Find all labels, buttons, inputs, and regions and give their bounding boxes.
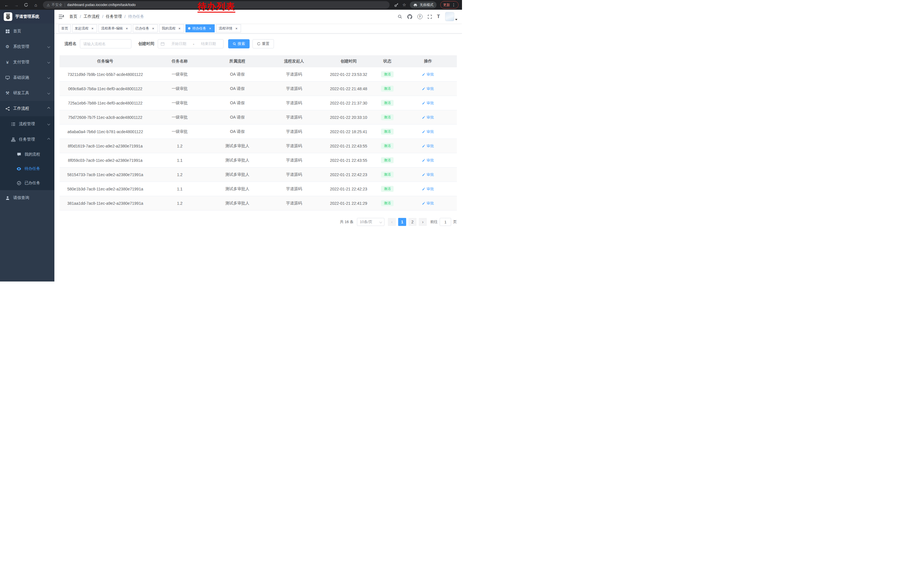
column-header-task-id: 任务编号 — [60, 55, 151, 67]
key-icon[interactable] — [394, 3, 399, 7]
forward-icon[interactable]: → — [13, 2, 20, 8]
sidebar-item-my-processes[interactable]: 我的流程 — [0, 147, 54, 162]
breadcrumb: 首页 / 工作流程 / 任务管理 / 待办任务 — [69, 14, 144, 19]
search-icon[interactable] — [398, 14, 402, 19]
reset-button[interactable]: 重置 — [252, 39, 274, 48]
edit-icon — [422, 130, 425, 134]
cell-initiator: 芋道源码 — [266, 67, 322, 82]
process-name-input[interactable] — [80, 39, 131, 48]
approve-button[interactable]: 审批 — [422, 158, 434, 163]
status-badge: 激活 — [381, 171, 394, 178]
tab-home[interactable]: 首页 — [58, 24, 71, 32]
goto-page-input[interactable] — [440, 218, 451, 226]
task-id: a6aba0a4-7b6d-11ec-b781-acde48001122 — [68, 129, 143, 134]
app-logo-row[interactable]: 芋道管理系统 — [0, 10, 54, 24]
date-range-picker[interactable]: 开始日期 - 结束日期 — [158, 39, 224, 48]
approve-button[interactable]: 审批 — [422, 172, 434, 177]
cell-task-name: 1.2 — [151, 196, 208, 210]
cell-action: 审批 — [399, 153, 457, 168]
breadcrumb-home[interactable]: 首页 — [69, 14, 77, 19]
github-icon[interactable] — [407, 14, 412, 19]
tab-process-detail[interactable]: 流程详情 × — [216, 24, 241, 32]
cell-created: 2022-01-22 21:37:30 — [322, 96, 375, 110]
help-icon[interactable]: ? — [417, 14, 423, 19]
sidebar-item-payment[interactable]: ¥ 支付管理 — [0, 54, 54, 70]
approve-button[interactable]: 审批 — [422, 186, 434, 192]
close-icon[interactable]: × — [151, 26, 155, 30]
breadcrumb-separator: / — [102, 14, 104, 19]
cell-status: 激活 — [375, 96, 399, 110]
approve-button-label: 审批 — [426, 144, 434, 149]
back-icon[interactable]: ← — [3, 2, 10, 8]
tab-start-process[interactable]: 发起流程 × — [72, 24, 97, 32]
cell-created: 2022-01-21 22:43:55 — [322, 139, 375, 153]
status-badge: 激活 — [381, 200, 394, 206]
chevron-down-icon — [48, 92, 50, 94]
approve-button[interactable]: 审批 — [422, 86, 434, 92]
approve-button[interactable]: 审批 — [422, 101, 434, 106]
sidebar-item-dev-tools[interactable]: ⚒ 研发工具 — [0, 86, 54, 101]
status-badge: 激活 — [381, 186, 394, 192]
table-header-row: 任务编号 任务名称 所属流程 流程发起人 创建时间 状态 操作 — [60, 55, 457, 67]
approve-button[interactable]: 审批 — [422, 129, 434, 134]
chevron-down-icon — [48, 46, 50, 48]
created-time: 2022-01-22 18:25:41 — [330, 129, 367, 134]
sidebar-item-system[interactable]: ⚙ 系统管理 — [0, 39, 54, 54]
cell-created: 2022-01-21 22:43:55 — [322, 153, 375, 168]
approve-button-label: 审批 — [426, 86, 434, 92]
approve-button[interactable]: 审批 — [422, 201, 434, 206]
cell-initiator: 芋道源码 — [266, 196, 322, 210]
update-button[interactable]: 更新 ⋮ — [440, 1, 459, 9]
end-date-input[interactable]: 结束日期 — [196, 41, 221, 47]
sidebar-item-label: 基础设施 — [13, 75, 29, 80]
home-icon[interactable]: ⌂ — [33, 2, 39, 8]
sidebar-item-infrastructure[interactable]: 基础设施 — [0, 70, 54, 86]
tab-done-tasks[interactable]: 已办任务 × — [133, 24, 158, 32]
sidebar-item-workflow[interactable]: 工作流程 — [0, 101, 54, 116]
user-menu[interactable] — [445, 12, 454, 21]
cell-status: 激活 — [375, 82, 399, 96]
approve-button[interactable]: 审批 — [422, 72, 434, 77]
cell-process: OA 请假 — [208, 96, 266, 110]
close-icon[interactable]: × — [177, 26, 182, 30]
sidebar-item-process-management[interactable]: 流程管理 — [0, 116, 54, 132]
kebab-menu-icon[interactable]: ⋮ — [452, 3, 456, 7]
sidebar-item-leave-query[interactable]: 请假查询 — [0, 190, 54, 206]
avatar[interactable] — [445, 12, 454, 21]
start-date-input[interactable]: 开始日期 — [166, 41, 191, 47]
breadcrumb-workflow[interactable]: 工作流程 — [84, 14, 100, 19]
close-icon[interactable]: × — [90, 26, 94, 30]
search-button[interactable]: 搜索 — [228, 39, 250, 48]
approve-button[interactable]: 审批 — [422, 115, 434, 120]
cell-process: 测试多审批人 — [208, 168, 266, 182]
sidebar-item-task-management[interactable]: 任务管理 — [0, 132, 54, 147]
breadcrumb-task-management[interactable]: 任务管理 — [106, 14, 122, 19]
tab-process-form-edit[interactable]: 流程表单-编辑 × — [99, 24, 131, 32]
eye-icon — [16, 167, 21, 170]
page-size-select[interactable]: 10条/页 — [357, 218, 384, 226]
security-label[interactable]: 不安全 — [51, 3, 62, 8]
prev-page-button[interactable]: ‹ — [388, 218, 396, 226]
address-bar[interactable]: ⚠ 不安全 dashboard.yudao.iocoder.cn/bpm/tas… — [43, 1, 390, 9]
close-icon[interactable]: × — [125, 26, 129, 30]
page-button-1[interactable]: 1 — [398, 218, 406, 226]
sidebar-item-done-tasks[interactable]: 已办任务 — [0, 176, 54, 190]
cell-created: 2022-01-21 22:41:29 — [322, 196, 375, 210]
close-icon[interactable]: × — [234, 26, 238, 30]
task-name: 一级审批 — [172, 86, 188, 91]
edit-icon — [422, 101, 425, 105]
sidebar-item-todo-tasks[interactable]: 待办任务 — [0, 162, 54, 176]
sidebar-item-home[interactable]: 首页 — [0, 24, 54, 39]
refresh-icon[interactable] — [23, 2, 29, 8]
close-icon[interactable]: × — [208, 26, 212, 30]
sidebar-toggle-icon[interactable] — [58, 14, 65, 20]
next-page-button[interactable]: › — [419, 218, 427, 226]
star-icon[interactable]: ☆ — [402, 2, 406, 8]
chevron-down-icon — [48, 123, 50, 125]
fullscreen-icon[interactable] — [428, 15, 432, 19]
tab-todo-tasks[interactable]: 待办任务 × — [186, 24, 214, 32]
approve-button[interactable]: 审批 — [422, 144, 434, 149]
page-button-2[interactable]: 2 — [408, 218, 417, 226]
tab-my-processes[interactable]: 我的流程 × — [159, 24, 184, 32]
font-size-icon[interactable]: T — [437, 14, 440, 20]
